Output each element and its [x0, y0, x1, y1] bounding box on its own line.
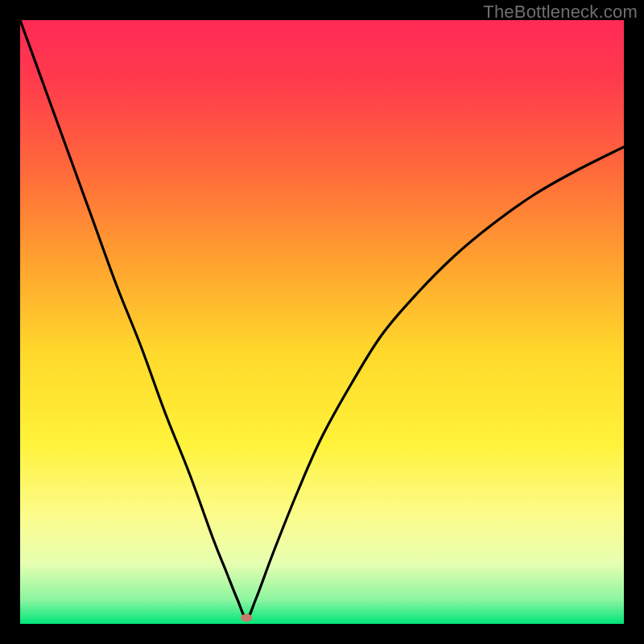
gradient-background	[20, 20, 624, 624]
plot-area	[20, 20, 624, 624]
optimum-marker	[241, 614, 252, 622]
chart-svg	[20, 20, 624, 624]
chart-frame: TheBottleneck.com	[0, 0, 644, 644]
watermark-text: TheBottleneck.com	[483, 2, 638, 23]
